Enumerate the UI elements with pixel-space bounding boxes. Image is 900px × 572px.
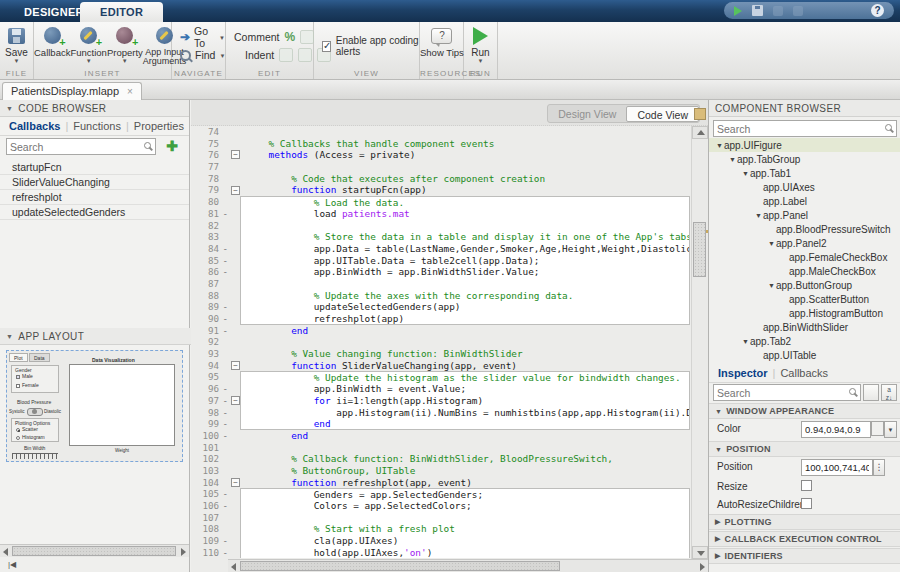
collapse-arrow-icon[interactable]: ▼ (767, 282, 776, 289)
tree-item-app-BinWidthSlider[interactable]: app.BinWidthSlider (709, 320, 900, 334)
code-line[interactable]: for ii=1:length(app.Histogram) (240, 395, 690, 407)
collapse-arrow-icon[interactable]: ▼ (741, 338, 750, 345)
tree-item-app-HistogramButton[interactable]: app.HistogramButton (709, 306, 900, 320)
save-button[interactable]: Save ▼ (5, 24, 28, 64)
section-callback-execution[interactable]: ▶ CALLBACK EXECUTION CONTROL (709, 531, 900, 547)
breakpoint-dash[interactable]: - (222, 488, 228, 500)
enable-alerts-checkbox[interactable] (322, 41, 331, 52)
close-icon[interactable]: × (127, 86, 133, 97)
line-number[interactable]: 80 (191, 196, 230, 208)
line-number[interactable]: 102 (191, 453, 230, 465)
app-layout-thumbnail[interactable]: Plot Data Gender Male Female Blood Press… (6, 350, 183, 462)
callback-item[interactable]: startupFcn (0, 160, 189, 175)
tab-functions[interactable]: Functions (68, 120, 126, 132)
position-expand-button[interactable]: ⋮ (873, 459, 885, 476)
line-number[interactable]: 84- (191, 243, 230, 255)
line-number[interactable]: 85- (191, 255, 230, 267)
breakpoint-dash[interactable]: - (222, 395, 228, 407)
line-number[interactable]: 101 (191, 442, 230, 454)
code-line[interactable]: app.BinWidth = app.BinWidthSlider.Value; (240, 266, 690, 278)
position-value-field[interactable] (801, 459, 873, 476)
code-fold-toggle[interactable]: − (231, 150, 240, 159)
breakpoint-dash[interactable]: - (222, 255, 228, 267)
code-line[interactable]: methods (Access = private) (240, 149, 690, 161)
code-line[interactable]: load patients.mat (240, 208, 690, 220)
autoresize-checkbox[interactable] (801, 498, 812, 509)
tree-item-app-Label[interactable]: app.Label (709, 194, 900, 208)
tree-item-app-UIAxes[interactable]: app.UIAxes (709, 180, 900, 194)
breakpoint-dash[interactable]: - (222, 535, 228, 547)
dock-left-icon[interactable]: |◀ (8, 560, 16, 569)
editor-horizontal-scrollbar[interactable] (228, 559, 708, 572)
run-icon[interactable] (734, 6, 742, 16)
code-line[interactable]: app.BinWidth = event.Value; (240, 383, 690, 395)
line-number[interactable]: 89- (191, 301, 230, 313)
code-line[interactable]: end (240, 325, 690, 337)
code-line[interactable]: Genders = app.SelectedGenders; (240, 488, 690, 500)
tree-item-app-FemaleCheckBox[interactable]: app.FemaleCheckBox (709, 250, 900, 264)
code-line[interactable]: % ButtonGroup, UITable (240, 465, 690, 477)
breakpoint-dash[interactable]: - (222, 325, 228, 337)
line-number[interactable]: 98- (191, 407, 230, 419)
tree-item-app-ButtonGroup[interactable]: ▼app.ButtonGroup (709, 278, 900, 292)
color-swatch[interactable] (871, 421, 884, 436)
code-line[interactable]: % Load the data. (240, 196, 690, 208)
code-line[interactable]: app.Data = table(LastName,Gender,Smoker,… (240, 243, 690, 255)
add-callback-button[interactable]: ✚ (164, 138, 180, 154)
line-number[interactable]: 88 (191, 290, 230, 302)
tab-editor[interactable]: EDITOR (80, 2, 163, 22)
breakpoint-dash[interactable]: - (222, 313, 228, 325)
code-line[interactable] (240, 278, 690, 290)
code-fold-toggle[interactable]: − (231, 361, 240, 370)
tab-inspector[interactable]: Inspector (713, 367, 773, 379)
code-line[interactable]: end (240, 418, 690, 430)
line-number[interactable]: 108 (191, 523, 230, 535)
code-line[interactable]: function SliderValueChanging(app, event) (240, 360, 690, 372)
tree-item-app-Panel2[interactable]: ▼app.Panel2 (709, 236, 900, 250)
code-view-button[interactable]: Code View (626, 106, 699, 122)
section-plotting[interactable]: ▶ PLOTTING (709, 514, 900, 530)
section-window-appearance[interactable]: ▼ WINDOW APPEARANCE (709, 403, 900, 419)
run-button[interactable]: Run ▼ (471, 24, 489, 64)
line-number[interactable]: 106- (191, 500, 230, 512)
line-number[interactable]: 75 (191, 138, 230, 150)
code-line[interactable]: updateSelectedGenders(app) (240, 301, 690, 313)
breakpoint-dash[interactable]: - (222, 418, 228, 430)
line-number[interactable]: 105- (191, 488, 230, 500)
breakpoint-dash[interactable]: - (222, 430, 228, 442)
line-number[interactable]: 95 (191, 371, 230, 383)
help-icon[interactable]: ? (871, 4, 884, 17)
tree-item-app-ScatterButton[interactable]: app.ScatterButton (709, 292, 900, 306)
tree-item-app-MaleCheckBox[interactable]: app.MaleCheckBox (709, 264, 900, 278)
line-number[interactable]: 82 (191, 220, 230, 232)
breakpoint-dash[interactable]: - (222, 383, 228, 395)
line-number[interactable]: 74 (191, 126, 230, 138)
code-line[interactable]: Colors = app.SelectedColors; (240, 500, 690, 512)
line-number[interactable]: 81- (191, 208, 230, 220)
search-input[interactable] (717, 121, 863, 136)
search-input[interactable] (717, 385, 834, 400)
collapse-arrow-icon[interactable]: ▼ (715, 142, 724, 149)
line-number[interactable]: 86- (191, 266, 230, 278)
design-view-button[interactable]: Design View (548, 106, 626, 122)
go-to-button[interactable]: ➔ Go To ▼ (180, 29, 225, 45)
line-number[interactable]: 77 (191, 161, 230, 173)
tree-item-app-Tab1[interactable]: ▼app.Tab1 (709, 166, 900, 180)
line-number[interactable]: 76 (191, 149, 230, 161)
tab-callbacks[interactable]: Callbacks (4, 120, 65, 132)
code-line[interactable] (240, 126, 690, 138)
comment-icon[interactable]: % (285, 30, 296, 44)
line-number[interactable]: 83 (191, 231, 230, 243)
breakpoint-dash[interactable]: - (222, 266, 228, 278)
function-button[interactable]: + Function ▼ (70, 24, 106, 66)
breakpoint-dash[interactable]: - (222, 500, 228, 512)
editor-vertical-scrollbar[interactable] (691, 126, 708, 559)
search-input[interactable] (10, 139, 128, 154)
breakpoint-dash[interactable]: - (222, 407, 228, 419)
line-number[interactable]: 100- (191, 430, 230, 442)
code-line[interactable] (240, 336, 690, 348)
code-line[interactable]: % Update the histogram as the slider val… (240, 371, 690, 383)
code-fold-toggle[interactable]: − (231, 478, 240, 487)
callback-item[interactable]: updateSelectedGenders (0, 205, 189, 220)
category-view-button[interactable] (863, 384, 879, 401)
